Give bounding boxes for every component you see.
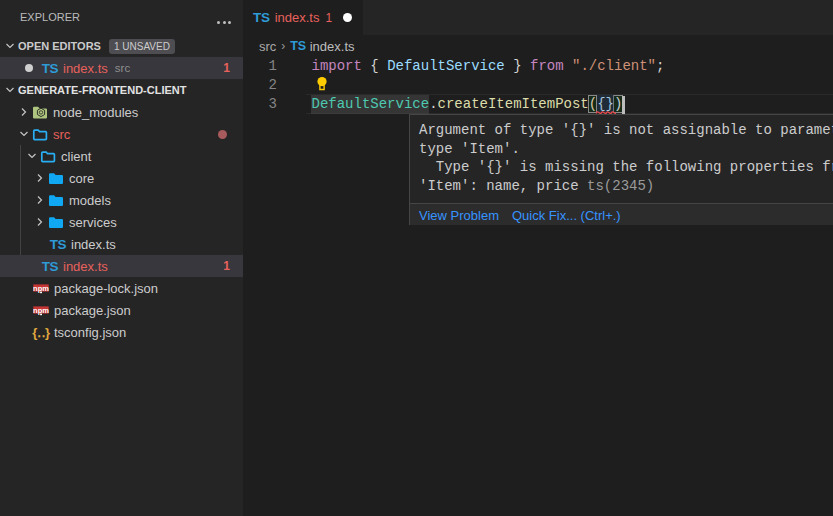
svg-text:npm: npm (33, 284, 49, 293)
svg-text:npm: npm (33, 306, 49, 315)
